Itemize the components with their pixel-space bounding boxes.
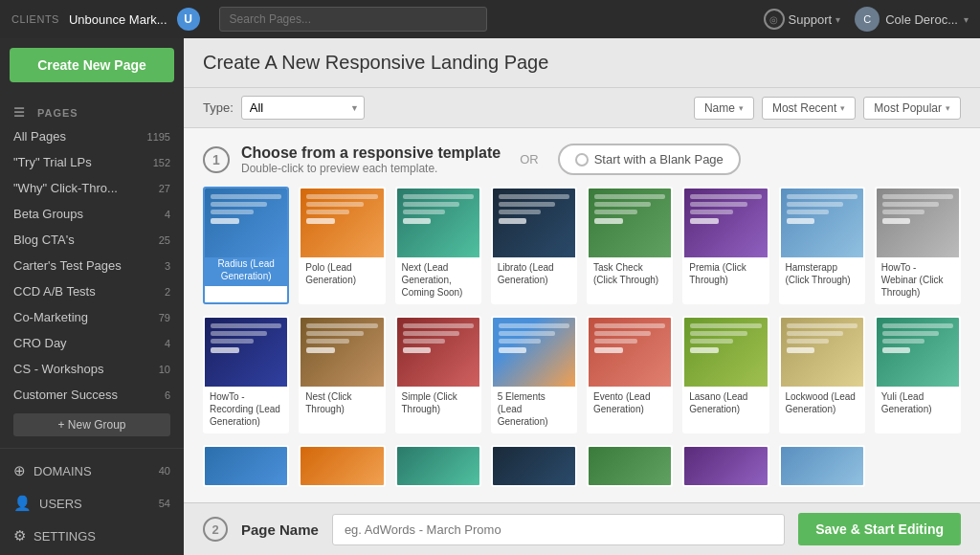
sidebar-item-cs---workshops[interactable]: CS - Workshops10 <box>0 356 184 382</box>
template-grid-row3 <box>203 445 961 487</box>
support-chevron: ▾ <box>835 14 840 25</box>
template-thumb-5 <box>684 318 767 387</box>
step2-number: 2 <box>203 517 228 542</box>
template-card-row3-6[interactable] <box>779 445 865 487</box>
template-thumb-3 <box>493 318 575 387</box>
template-thumb-7 <box>877 318 959 387</box>
template-card-5[interactable]: Premia (Click Through) <box>682 187 768 304</box>
template-card-3[interactable]: 5 Elements (Lead Generation) <box>491 316 577 433</box>
template-card-5[interactable]: Lasano (Lead Generation) <box>682 316 768 433</box>
templates-area: 1 Choose from a responsive template Doub… <box>184 128 980 502</box>
pages-section-header: ☰ PAGES <box>0 98 184 123</box>
template-thumb-6 <box>781 318 863 387</box>
support-button[interactable]: ◎ Support ▾ <box>764 9 841 30</box>
template-card-2[interactable]: Simple (Click Through) <box>395 316 481 433</box>
page-name-label: Page Name <box>241 522 319 538</box>
new-group-button[interactable]: + New Group <box>13 413 170 436</box>
sidebar-item-beta-groups[interactable]: Beta Groups4 <box>0 201 184 227</box>
content-area: Create A New Responsive Landing Page Typ… <box>184 38 980 555</box>
sidebar-item-why-click-thro[interactable]: "Why" Click-Thro...27 <box>0 175 184 201</box>
sidebar-item-cro-day[interactable]: CRO Day4 <box>0 330 184 356</box>
sidebar-item-users[interactable]: 👤 USERS 54 <box>0 487 184 520</box>
template-card-4[interactable]: Evento (Lead Generation) <box>587 316 673 433</box>
template-thumb-6 <box>781 189 863 257</box>
sort-name-button[interactable]: Name ▾ <box>694 97 754 120</box>
template-thumb-0 <box>205 318 287 387</box>
template-thumb-4 <box>589 318 671 387</box>
save-start-editing-button[interactable]: Save & Start Editing <box>798 513 961 545</box>
template-card-1[interactable]: Polo (Lead Generation) <box>299 187 385 304</box>
topbar: CLIENTS Unbounce Mark... U ◎ Support ▾ C… <box>0 0 980 38</box>
user-chevron: ▾ <box>964 14 969 25</box>
template-card-7[interactable]: HowTo - Webinar (Click Through) <box>875 187 961 304</box>
topbar-right: ◎ Support ▾ C Cole Deroc... ▾ <box>764 7 969 32</box>
domains-icon: ⊕ <box>13 462 26 479</box>
step1-title-block: Choose from a responsive template Double… <box>241 144 501 175</box>
blank-radio-icon <box>575 153 589 166</box>
sort-popular-button[interactable]: Most Popular ▾ <box>863 97 961 120</box>
pages-icon: ☰ <box>13 105 26 120</box>
brand-icon: U <box>177 8 200 31</box>
template-card-2[interactable]: Next (Lead Generation, Coming Soon) <box>395 187 481 304</box>
template-card-row3-5[interactable] <box>682 445 768 487</box>
template-card-row3-3[interactable] <box>491 445 577 487</box>
template-card-0[interactable]: HowTo - Recording (Lead Generation) <box>203 316 289 433</box>
clients-label: CLIENTS <box>11 13 59 25</box>
type-label: Type: <box>203 100 234 115</box>
template-card-6[interactable]: Lockwood (Lead Generation) <box>779 316 865 433</box>
template-thumb-2 <box>397 318 479 387</box>
search-input[interactable] <box>219 7 487 32</box>
template-card-row3-2[interactable] <box>395 445 481 487</box>
sidebar: Create New Page ☰ PAGES All Pages1195"Tr… <box>0 38 184 555</box>
template-thumb-2 <box>397 189 479 257</box>
step1-or: OR <box>520 152 539 166</box>
sidebar-item-carters-test-pages[interactable]: Carter's Test Pages3 <box>0 253 184 278</box>
user-menu[interactable]: C Cole Deroc... ▾ <box>855 7 969 32</box>
sidebar-item-settings[interactable]: ⚙ SETTINGS <box>0 520 184 552</box>
type-filter-wrap: All Lead Generation Click Through Sales <box>241 96 365 120</box>
step1-subtitle: Double-click to preview each template. <box>241 162 501 175</box>
main-layout: Create New Page ☰ PAGES All Pages1195"Tr… <box>0 38 980 555</box>
page-name-input[interactable] <box>332 514 785 545</box>
sidebar-item-ccd-ab-tests[interactable]: CCD A/B Tests2 <box>0 278 184 304</box>
template-thumb-5 <box>684 189 767 257</box>
users-icon: 👤 <box>13 495 32 512</box>
sort-recent-button[interactable]: Most Recent ▾ <box>762 97 856 120</box>
blank-page-button[interactable]: Start with a Blank Page <box>558 144 741 175</box>
type-filter-select[interactable]: All Lead Generation Click Through Sales <box>241 96 365 120</box>
sidebar-item-all-pages[interactable]: All Pages1195 <box>0 123 184 149</box>
template-card-6[interactable]: Hamsterapp (Click Through) <box>779 187 865 304</box>
page-header: Create A New Responsive Landing Page <box>184 38 980 88</box>
avatar: C <box>855 7 880 32</box>
template-card-row3-0[interactable] <box>203 445 289 487</box>
sidebar-item-customer-success[interactable]: Customer Success6 <box>0 382 184 408</box>
sidebar-divider <box>0 448 184 449</box>
sidebar-item-domains[interactable]: ⊕ DOMAINS 40 <box>0 455 184 487</box>
sort-recent-arrow: ▾ <box>840 103 845 113</box>
template-card-1[interactable]: Nest (Click Through) <box>299 316 385 433</box>
template-thumb-1 <box>301 189 383 257</box>
step1-number: 1 <box>203 146 230 173</box>
search-container <box>219 7 487 32</box>
sidebar-item-try-trial-lps[interactable]: "Try" Trial LPs152 <box>0 149 184 175</box>
sidebar-item-co-marketing[interactable]: Co-Marketing79 <box>0 304 184 330</box>
template-card-3[interactable]: Librato (Lead Generation) <box>491 187 577 304</box>
step1-section: 1 Choose from a responsive template Doub… <box>203 144 961 487</box>
template-card-row3-1[interactable] <box>299 445 385 487</box>
template-card-row3-4[interactable] <box>587 445 673 487</box>
template-thumb-7 <box>877 189 959 257</box>
template-thumb-4 <box>589 189 671 257</box>
filter-left: Type: All Lead Generation Click Through … <box>203 96 365 120</box>
sidebar-item-blog-ctas[interactable]: Blog CTA's25 <box>0 227 184 253</box>
create-new-page-button[interactable]: Create New Page <box>10 48 174 82</box>
template-thumb-1 <box>301 318 383 387</box>
sort-popular-arrow: ▾ <box>946 103 950 113</box>
sort-name-arrow: ▾ <box>739 103 744 113</box>
settings-icon: ⚙ <box>13 527 26 544</box>
template-card-0[interactable]: Radius (Lead Generation) <box>203 187 289 304</box>
filter-right: Name ▾ Most Recent ▾ Most Popular ▾ <box>694 97 961 120</box>
template-grid-row2: HowTo - Recording (Lead Generation)Nest … <box>203 316 961 433</box>
step1-header: 1 Choose from a responsive template Doub… <box>203 144 961 175</box>
template-card-4[interactable]: Task Check (Click Through) <box>587 187 673 304</box>
template-card-7[interactable]: Yuli (Lead Generation) <box>875 316 961 433</box>
